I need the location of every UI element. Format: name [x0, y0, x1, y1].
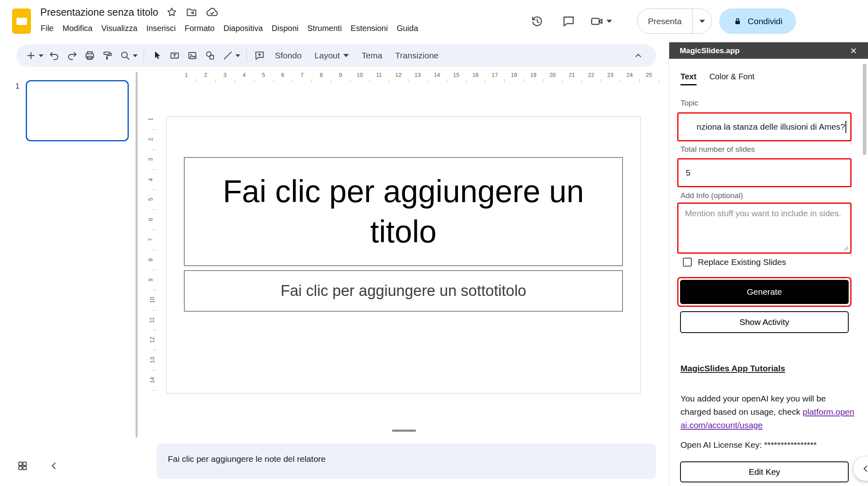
title-placeholder-text: Fai clic per aggiungere un titolo: [185, 172, 622, 252]
ruler-number: 3: [223, 72, 227, 78]
ruler-tick: [311, 79, 312, 82]
replace-existing-label: Replace Existing Slides: [698, 257, 786, 267]
close-sidebar-button[interactable]: [849, 47, 858, 55]
new-slide-caret[interactable]: [37, 54, 45, 57]
sidebar-header: MagicSlides.app: [669, 42, 868, 59]
tab-color-font[interactable]: Color & Font: [709, 72, 755, 85]
insert-shape-button[interactable]: [201, 47, 219, 64]
ruler-tick: [620, 79, 621, 82]
ruler-number: 7: [300, 72, 303, 78]
grid-view-button[interactable]: [12, 455, 33, 476]
slide-thumbnail[interactable]: [26, 80, 129, 141]
insert-textbox-button[interactable]: [166, 47, 183, 64]
total-slides-input[interactable]: [677, 158, 852, 187]
resize-grip-icon[interactable]: [843, 245, 849, 251]
caret-down-icon: [133, 54, 138, 57]
license-key-row: Open AI License Key: ****************: [680, 440, 817, 450]
menu-strumenti[interactable]: Strumenti: [303, 21, 346, 35]
version-history-button[interactable]: [527, 11, 548, 32]
redo-button[interactable]: [63, 47, 81, 64]
document-title[interactable]: Presentazione senza titolo: [40, 6, 158, 18]
ruler-tick: [153, 209, 156, 210]
openai-note: You added your openAI key you will be ch…: [680, 392, 858, 432]
caret-down-icon: [343, 54, 349, 57]
sidebar-scrollbar[interactable]: [863, 64, 866, 155]
select-tool-button[interactable]: [148, 47, 166, 64]
present-options-caret[interactable]: [692, 9, 711, 33]
tab-text[interactable]: Text: [680, 72, 697, 85]
ruler-tick: [408, 79, 408, 82]
collapse-filmstrip-button[interactable]: [43, 455, 64, 476]
menu-modifica[interactable]: Modifica: [58, 21, 97, 35]
ruler-number: 24: [627, 72, 633, 78]
present-button[interactable]: Presenta: [637, 9, 692, 33]
ruler-number: 25: [646, 72, 652, 78]
replace-existing-checkbox[interactable]: [683, 258, 692, 267]
menu-visualizza[interactable]: Visualizza: [97, 21, 142, 35]
google-slides-logo[interactable]: [12, 8, 31, 34]
transition-button-label: Transizione: [395, 51, 439, 60]
paint-format-button[interactable]: [99, 47, 116, 64]
ruler-number: 11: [148, 317, 155, 323]
cloud-status-icon[interactable]: [206, 6, 219, 19]
caret-down-icon[interactable]: [606, 20, 612, 23]
ruler-number: 18: [511, 72, 518, 78]
workspace: 1234567891011121314151617181920212223242…: [138, 69, 669, 486]
add-info-textarea[interactable]: [678, 204, 850, 252]
title-placeholder-box[interactable]: Fai clic per aggiungere un titolo: [184, 157, 623, 266]
layout-button[interactable]: Layout: [308, 48, 355, 64]
video-camera-icon: [590, 14, 604, 29]
menu-diapositiva[interactable]: Diapositiva: [219, 21, 267, 35]
ruler-tick: [369, 79, 370, 82]
topic-input[interactable]: nziona la stanza delle illusioni di Ames…: [677, 112, 852, 141]
menu-estensioni[interactable]: Estensioni: [346, 21, 392, 35]
add-comment-button[interactable]: [251, 47, 268, 64]
generate-highlight: Generate: [677, 277, 852, 307]
undo-button[interactable]: [45, 47, 63, 64]
ruler-tick: [639, 79, 640, 82]
ruler-tick: [196, 79, 196, 82]
subtitle-placeholder-box[interactable]: Fai clic per aggiungere un sottotitolo: [184, 270, 623, 312]
share-button[interactable]: Condividi: [719, 8, 796, 34]
generate-button[interactable]: Generate: [680, 280, 849, 304]
move-folder-icon[interactable]: [186, 6, 198, 18]
toolbar-divider: [246, 50, 247, 62]
line-caret[interactable]: [234, 54, 241, 57]
filmstrip-scrollbar[interactable]: [136, 72, 138, 438]
show-activity-button[interactable]: Show Activity: [680, 311, 849, 333]
collapse-toolbar-button[interactable]: [629, 47, 647, 64]
caret-down-icon: [699, 20, 705, 23]
menu-disponi[interactable]: Disponi: [267, 21, 303, 35]
ruler-tick: [350, 79, 350, 82]
edit-key-button[interactable]: Edit Key: [680, 461, 849, 482]
menu-file[interactable]: File: [36, 21, 58, 35]
cursor-arrow-icon: [151, 50, 163, 61]
ruler-tick: [235, 79, 235, 82]
version-history-icon: [530, 14, 544, 28]
zoom-caret[interactable]: [132, 54, 139, 57]
theme-button[interactable]: Tema: [355, 48, 389, 64]
notes-resize-handle[interactable]: [392, 430, 416, 432]
transition-button[interactable]: Transizione: [389, 48, 445, 64]
lock-icon: [733, 17, 742, 26]
ruler-number: 14: [149, 377, 155, 383]
open-comments-button[interactable]: [558, 11, 579, 32]
menu-guida[interactable]: Guida: [392, 21, 423, 35]
print-button[interactable]: [81, 47, 99, 64]
insert-image-button[interactable]: [183, 47, 201, 64]
close-icon: [849, 47, 858, 55]
slide-canvas[interactable]: Fai clic per aggiungere un titolo Fai cl…: [166, 116, 641, 393]
tutorials-link[interactable]: MagicSlides App Tutorials: [680, 364, 785, 373]
speaker-notes[interactable]: Fai clic per aggiungere le note del rela…: [157, 443, 656, 479]
meet-camera-button[interactable]: [590, 14, 625, 29]
menu-inserisci[interactable]: Inserisci: [142, 21, 180, 35]
ruler-tick: [504, 79, 505, 82]
menu-formato[interactable]: Formato: [180, 21, 219, 35]
ruler-number: 17: [492, 72, 498, 78]
background-button[interactable]: Sfondo: [268, 48, 308, 64]
theme-button-label: Tema: [362, 51, 382, 60]
ruler-tick: [153, 189, 156, 190]
ruler-tick: [153, 230, 156, 230]
horizontal-ruler: 1234567891011121314151617181920212223242…: [138, 69, 669, 84]
star-icon[interactable]: [166, 6, 177, 18]
